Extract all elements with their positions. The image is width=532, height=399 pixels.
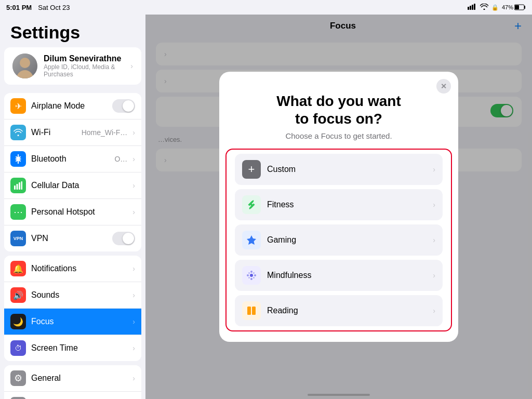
reading-chevron: ›: [433, 307, 435, 315]
hotspot-chevron: ›: [132, 208, 135, 216]
svg-rect-0: [468, 7, 469, 10]
sidebar-item-wifi-value: Home_Wi-F…: [82, 128, 128, 137]
modal-overlay: ✕ What do you wantto focus on? Choose a …: [145, 15, 532, 399]
modal-subtitle: Choose a Focus to get started.: [240, 131, 437, 140]
svg-rect-9: [19, 182, 20, 190]
focus-option-fitness-label: Fitness: [267, 200, 427, 209]
svg-point-18: [254, 274, 256, 276]
sidebar-item-controlcenter[interactable]: ⊞ Control Center ›: [4, 392, 141, 399]
sidebar-item-notifications[interactable]: 🔔 Notifications ›: [4, 256, 141, 282]
lock-icon: 🔒: [491, 4, 499, 11]
fitness-chevron: ›: [433, 201, 435, 209]
battery-icon: 47%: [502, 4, 526, 10]
sidebar-item-cellular-label: Cellular Data: [31, 181, 127, 190]
focus-option-gaming[interactable]: Gaming ›: [235, 224, 443, 256]
sidebar-item-cellular[interactable]: Cellular Data ›: [4, 172, 141, 199]
sidebar-item-focus[interactable]: 🌙 Focus ›: [4, 309, 141, 335]
modal-close-button[interactable]: ✕: [436, 79, 451, 94]
sidebar-item-hotspot-label: Personal Hotspot: [31, 207, 127, 217]
custom-icon: +: [242, 160, 261, 179]
svg-rect-5: [515, 5, 519, 9]
svg-rect-7: [14, 185, 16, 190]
signal-icon: [468, 4, 477, 11]
modal-title: What do you wantto focus on?: [240, 92, 437, 127]
general-section: ⚙ General › ⊞ Control Center › AA Displa…: [4, 365, 141, 399]
network-section: ✈ Airplane Mode Wi-Fi Home_Wi-F… › Bluet…: [4, 93, 141, 251]
sidebar-item-sounds[interactable]: 🔊 Sounds ›: [4, 282, 141, 309]
sidebar: Settings Dilum Senevirathne Apple ID, iC…: [0, 15, 145, 399]
sidebar-item-bluetooth[interactable]: Bluetooth O… ›: [4, 146, 141, 172]
notifications-section: 🔔 Notifications › 🔊 Sounds › 🌙 Focus › ⏱…: [4, 256, 141, 361]
cellular-chevron: ›: [132, 181, 135, 190]
screentime-chevron: ›: [132, 344, 135, 352]
svg-rect-3: [474, 4, 475, 10]
sidebar-item-wifi[interactable]: Wi-Fi Home_Wi-F… ›: [4, 119, 141, 146]
avatar: [12, 54, 37, 78]
svg-rect-24: [252, 307, 256, 315]
mindfulness-chevron: ›: [433, 271, 435, 280]
focus-option-gaming-label: Gaming: [267, 235, 427, 245]
sidebar-item-notifications-label: Notifications: [31, 264, 127, 273]
svg-rect-23: [247, 307, 251, 315]
notifications-chevron: ›: [132, 264, 135, 273]
sounds-chevron: ›: [132, 291, 135, 299]
sidebar-item-airplane[interactable]: ✈ Airplane Mode: [4, 93, 141, 119]
svg-point-14: [250, 274, 253, 277]
svg-point-16: [250, 278, 252, 280]
focus-icon: 🌙: [10, 314, 26, 329]
user-name: Dilum Senevirathne: [44, 54, 124, 63]
focus-option-mindfulness[interactable]: Mindfulness ›: [235, 260, 443, 291]
user-chevron: ›: [130, 62, 133, 70]
sidebar-item-airplane-label: Airplane Mode: [31, 101, 107, 111]
svg-rect-10: [21, 181, 23, 190]
general-chevron: ›: [132, 374, 135, 382]
fitness-icon: [242, 195, 261, 214]
status-time: 5:01 PM: [6, 4, 32, 11]
focus-options-list: + Custom › Fitness ›: [225, 149, 452, 331]
sidebar-item-focus-label: Focus: [31, 317, 127, 326]
sidebar-item-screentime-label: Screen Time: [31, 343, 127, 353]
sidebar-item-hotspot[interactable]: ⋯ Personal Hotspot ›: [4, 199, 141, 225]
focus-option-reading[interactable]: Reading ›: [235, 295, 443, 326]
vpn-toggle[interactable]: [112, 232, 135, 245]
svg-point-13: [250, 204, 252, 206]
svg-point-17: [247, 274, 249, 276]
screentime-icon: ⏱: [10, 340, 26, 356]
app-layout: Settings Dilum Senevirathne Apple ID, iC…: [0, 15, 532, 399]
user-info: Dilum Senevirathne Apple ID, iCloud, Med…: [44, 54, 124, 78]
wifi-menu-icon: [10, 125, 26, 140]
svg-rect-1: [470, 6, 471, 10]
sidebar-item-vpn[interactable]: VPN VPN: [4, 225, 141, 251]
sidebar-item-wifi-label: Wi-Fi: [31, 128, 76, 137]
modal-header: What do you wantto focus on? Choose a Fo…: [219, 72, 458, 149]
sidebar-item-vpn-label: VPN: [31, 234, 107, 243]
sounds-icon: 🔊: [10, 287, 26, 303]
svg-rect-2: [472, 5, 473, 10]
user-profile-row[interactable]: Dilum Senevirathne Apple ID, iCloud, Med…: [4, 47, 141, 85]
focus-chevron: ›: [132, 317, 135, 326]
svg-rect-8: [17, 184, 18, 190]
sidebar-item-screentime[interactable]: ⏱ Screen Time ›: [4, 335, 141, 361]
svg-point-21: [248, 277, 250, 278]
sidebar-item-general[interactable]: ⚙ General ›: [4, 365, 141, 392]
bluetooth-chevron: ›: [132, 155, 135, 163]
main-panel: Focus + › › …vices. › ✕: [145, 15, 532, 399]
airplane-icon: ✈: [10, 98, 26, 114]
controlcenter-icon: ⊞: [10, 397, 26, 399]
airplane-toggle[interactable]: [112, 99, 135, 113]
focus-option-custom[interactable]: + Custom ›: [235, 154, 443, 185]
status-bar: 5:01 PM Sat Oct 23 🔒 47%: [0, 0, 532, 15]
svg-point-15: [250, 271, 252, 273]
sidebar-item-sounds-label: Sounds: [31, 290, 127, 300]
notifications-icon: 🔔: [10, 261, 26, 276]
sidebar-item-bluetooth-label: Bluetooth: [31, 154, 109, 164]
status-date: Sat Oct 23: [38, 4, 70, 11]
sidebar-item-general-label: General: [31, 374, 127, 383]
focus-option-fitness[interactable]: Fitness ›: [235, 189, 443, 220]
focus-option-custom-label: Custom: [267, 165, 427, 174]
hotspot-icon: ⋯: [10, 204, 26, 220]
settings-title: Settings: [10, 23, 135, 42]
wifi-chevron: ›: [132, 128, 135, 137]
sidebar-header: Settings: [0, 15, 145, 47]
sidebar-item-bluetooth-value: O…: [114, 155, 127, 163]
